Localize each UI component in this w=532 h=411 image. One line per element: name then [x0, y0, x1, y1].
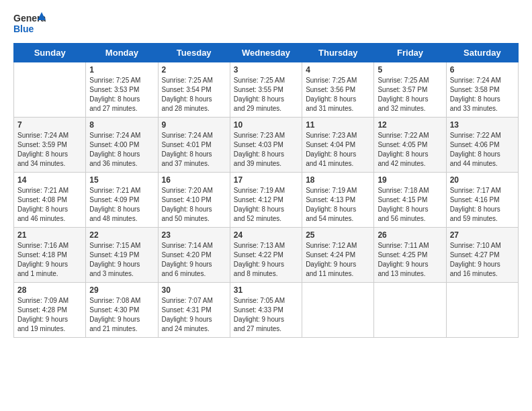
logo: General Blue — [13, 11, 46, 38]
day-info: Sunrise: 7:19 AM Sunset: 4:13 PM Dayligh… — [306, 186, 370, 224]
calendar-cell — [374, 283, 446, 338]
day-number: 11 — [306, 120, 370, 130]
day-number: 18 — [306, 175, 370, 185]
day-header-friday: Friday — [374, 44, 446, 62]
day-info: Sunrise: 7:24 AM Sunset: 3:58 PM Dayligh… — [450, 76, 515, 113]
calendar-cell: 12Sunrise: 7:22 AM Sunset: 4:05 PM Dayli… — [374, 118, 446, 173]
calendar-cell: 26Sunrise: 7:11 AM Sunset: 4:25 PM Dayli… — [374, 228, 446, 283]
day-number: 14 — [17, 175, 82, 185]
calendar-table: SundayMondayTuesdayWednesdayThursdayFrid… — [13, 43, 519, 338]
calendar-cell: 25Sunrise: 7:12 AM Sunset: 4:24 PM Dayli… — [302, 228, 374, 283]
calendar-cell: 19Sunrise: 7:18 AM Sunset: 4:15 PM Dayli… — [374, 173, 446, 228]
calendar-cell: 16Sunrise: 7:20 AM Sunset: 4:10 PM Dayli… — [158, 173, 230, 228]
day-info: Sunrise: 7:17 AM Sunset: 4:16 PM Dayligh… — [450, 186, 515, 224]
calendar-cell: 2Sunrise: 7:25 AM Sunset: 3:54 PM Daylig… — [158, 62, 230, 118]
day-number: 20 — [450, 175, 515, 185]
header-row: SundayMondayTuesdayWednesdayThursdayFrid… — [14, 44, 519, 62]
day-info: Sunrise: 7:24 AM Sunset: 4:01 PM Dayligh… — [162, 131, 226, 169]
day-info: Sunrise: 7:05 AM Sunset: 4:33 PM Dayligh… — [234, 296, 298, 334]
day-number: 28 — [17, 285, 82, 295]
day-header-monday: Monday — [86, 44, 158, 62]
calendar-cell: 14Sunrise: 7:21 AM Sunset: 4:08 PM Dayli… — [14, 173, 86, 228]
calendar-cell: 18Sunrise: 7:19 AM Sunset: 4:13 PM Dayli… — [302, 173, 374, 228]
calendar-cell: 28Sunrise: 7:09 AM Sunset: 4:28 PM Dayli… — [14, 283, 86, 338]
calendar-cell: 9Sunrise: 7:24 AM Sunset: 4:01 PM Daylig… — [158, 118, 230, 173]
day-number: 15 — [89, 175, 154, 185]
calendar-cell: 1Sunrise: 7:25 AM Sunset: 3:53 PM Daylig… — [86, 62, 158, 118]
calendar-cell: 3Sunrise: 7:25 AM Sunset: 3:55 PM Daylig… — [230, 62, 302, 118]
day-number: 21 — [17, 230, 82, 240]
calendar-cell: 20Sunrise: 7:17 AM Sunset: 4:16 PM Dayli… — [446, 173, 518, 228]
calendar-cell: 10Sunrise: 7:23 AM Sunset: 4:03 PM Dayli… — [230, 118, 302, 173]
week-row-2: 7Sunrise: 7:24 AM Sunset: 3:59 PM Daylig… — [14, 118, 519, 173]
week-row-3: 14Sunrise: 7:21 AM Sunset: 4:08 PM Dayli… — [14, 173, 519, 228]
page-header: General Blue — [13, 11, 519, 38]
calendar-cell: 31Sunrise: 7:05 AM Sunset: 4:33 PM Dayli… — [230, 283, 302, 338]
day-number: 1 — [89, 65, 154, 75]
day-header-saturday: Saturday — [446, 44, 518, 62]
day-number: 9 — [162, 120, 226, 130]
day-info: Sunrise: 7:25 AM Sunset: 3:54 PM Dayligh… — [162, 76, 226, 113]
day-number: 5 — [378, 65, 442, 75]
calendar-cell: 23Sunrise: 7:14 AM Sunset: 4:20 PM Dayli… — [158, 228, 230, 283]
day-header-thursday: Thursday — [302, 44, 374, 62]
day-number: 6 — [450, 65, 515, 75]
day-number: 23 — [162, 230, 226, 240]
day-info: Sunrise: 7:12 AM Sunset: 4:24 PM Dayligh… — [306, 241, 370, 279]
calendar-cell: 22Sunrise: 7:15 AM Sunset: 4:19 PM Dayli… — [86, 228, 158, 283]
day-number: 13 — [450, 120, 515, 130]
week-row-4: 21Sunrise: 7:16 AM Sunset: 4:18 PM Dayli… — [14, 228, 519, 283]
day-info: Sunrise: 7:20 AM Sunset: 4:10 PM Dayligh… — [162, 186, 226, 224]
day-number: 4 — [306, 65, 370, 75]
day-number: 22 — [89, 230, 154, 240]
day-number: 3 — [234, 65, 298, 75]
day-info: Sunrise: 7:09 AM Sunset: 4:28 PM Dayligh… — [17, 296, 82, 334]
day-number: 19 — [378, 175, 442, 185]
day-info: Sunrise: 7:21 AM Sunset: 4:09 PM Dayligh… — [89, 186, 154, 224]
day-info: Sunrise: 7:24 AM Sunset: 4:00 PM Dayligh… — [89, 131, 154, 169]
day-number: 2 — [162, 65, 226, 75]
calendar-cell: 6Sunrise: 7:24 AM Sunset: 3:58 PM Daylig… — [446, 62, 518, 118]
day-number: 24 — [234, 230, 298, 240]
day-header-tuesday: Tuesday — [158, 44, 230, 62]
day-number: 16 — [162, 175, 226, 185]
day-number: 25 — [306, 230, 370, 240]
day-number: 10 — [234, 120, 298, 130]
calendar-cell: 15Sunrise: 7:21 AM Sunset: 4:09 PM Dayli… — [86, 173, 158, 228]
day-info: Sunrise: 7:08 AM Sunset: 4:30 PM Dayligh… — [89, 296, 154, 334]
calendar-cell: 4Sunrise: 7:25 AM Sunset: 3:56 PM Daylig… — [302, 62, 374, 118]
day-info: Sunrise: 7:14 AM Sunset: 4:20 PM Dayligh… — [162, 241, 226, 279]
week-row-1: 1Sunrise: 7:25 AM Sunset: 3:53 PM Daylig… — [14, 62, 519, 118]
calendar-cell: 30Sunrise: 7:07 AM Sunset: 4:31 PM Dayli… — [158, 283, 230, 338]
day-info: Sunrise: 7:23 AM Sunset: 4:03 PM Dayligh… — [234, 131, 298, 169]
calendar-cell: 11Sunrise: 7:23 AM Sunset: 4:04 PM Dayli… — [302, 118, 374, 173]
day-number: 30 — [162, 285, 226, 295]
calendar-cell: 13Sunrise: 7:22 AM Sunset: 4:06 PM Dayli… — [446, 118, 518, 173]
day-info: Sunrise: 7:25 AM Sunset: 3:57 PM Dayligh… — [378, 76, 442, 113]
day-number: 31 — [234, 285, 298, 295]
calendar-cell: 21Sunrise: 7:16 AM Sunset: 4:18 PM Dayli… — [14, 228, 86, 283]
day-info: Sunrise: 7:11 AM Sunset: 4:25 PM Dayligh… — [378, 241, 442, 279]
calendar-cell: 29Sunrise: 7:08 AM Sunset: 4:30 PM Dayli… — [86, 283, 158, 338]
day-info: Sunrise: 7:22 AM Sunset: 4:06 PM Dayligh… — [450, 131, 515, 169]
logo-svg: General Blue — [13, 11, 46, 38]
day-number: 27 — [450, 230, 515, 240]
svg-text:Blue: Blue — [13, 24, 34, 34]
day-info: Sunrise: 7:25 AM Sunset: 3:56 PM Dayligh… — [306, 76, 370, 113]
day-info: Sunrise: 7:16 AM Sunset: 4:18 PM Dayligh… — [17, 241, 82, 279]
day-number: 8 — [89, 120, 154, 130]
day-info: Sunrise: 7:13 AM Sunset: 4:22 PM Dayligh… — [234, 241, 298, 279]
calendar-cell: 17Sunrise: 7:19 AM Sunset: 4:12 PM Dayli… — [230, 173, 302, 228]
calendar-cell: 8Sunrise: 7:24 AM Sunset: 4:00 PM Daylig… — [86, 118, 158, 173]
day-info: Sunrise: 7:15 AM Sunset: 4:19 PM Dayligh… — [89, 241, 154, 279]
day-info: Sunrise: 7:25 AM Sunset: 3:53 PM Dayligh… — [89, 76, 154, 113]
day-header-wednesday: Wednesday — [230, 44, 302, 62]
day-info: Sunrise: 7:24 AM Sunset: 3:59 PM Dayligh… — [17, 131, 82, 169]
calendar-cell — [302, 283, 374, 338]
day-info: Sunrise: 7:23 AM Sunset: 4:04 PM Dayligh… — [306, 131, 370, 169]
calendar-cell: 7Sunrise: 7:24 AM Sunset: 3:59 PM Daylig… — [14, 118, 86, 173]
day-info: Sunrise: 7:19 AM Sunset: 4:12 PM Dayligh… — [234, 186, 298, 224]
day-info: Sunrise: 7:22 AM Sunset: 4:05 PM Dayligh… — [378, 131, 442, 169]
day-header-sunday: Sunday — [14, 44, 86, 62]
calendar-cell — [446, 283, 518, 338]
